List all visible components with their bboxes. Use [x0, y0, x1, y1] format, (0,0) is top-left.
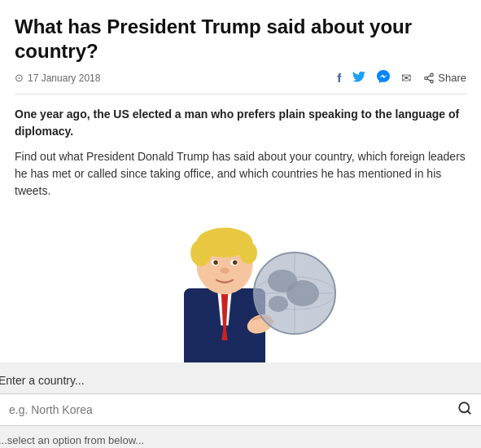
share-label: Share	[438, 72, 466, 84]
share-button[interactable]: Share	[423, 72, 466, 84]
svg-point-1	[425, 77, 428, 80]
messenger-icon[interactable]	[377, 70, 390, 86]
facebook-icon[interactable]: f	[337, 71, 341, 85]
country-search-input[interactable]	[0, 396, 448, 424]
article-date: ⊙ 17 January 2018	[15, 72, 100, 84]
date-text: 17 January 2018	[28, 72, 100, 84]
svg-point-0	[431, 73, 434, 77]
svg-point-12	[190, 239, 211, 266]
clock-icon: ⊙	[15, 72, 24, 84]
globe-illustration	[250, 248, 339, 338]
article-meta: ⊙ 17 January 2018 f ✉ Share	[15, 70, 466, 94]
search-box-area: Enter a country... ...select an option f…	[0, 362, 481, 448]
select-prompt: ...select an option from below...	[0, 434, 481, 446]
article-title: What has President Trump said about your…	[15, 15, 466, 64]
svg-point-17	[233, 261, 237, 265]
svg-line-3	[427, 78, 431, 80]
svg-line-29	[467, 411, 470, 413]
article-body: One year ago, the US elected a man who p…	[15, 106, 466, 200]
svg-point-18	[220, 268, 229, 274]
search-input-wrapper	[0, 393, 481, 426]
email-icon[interactable]: ✉	[401, 71, 412, 86]
search-icon	[457, 401, 472, 415]
social-icons-group: f ✉ Share	[337, 70, 466, 86]
search-label: Enter a country...	[0, 374, 481, 387]
search-button[interactable]	[448, 394, 481, 425]
svg-line-4	[427, 75, 431, 77]
twitter-icon[interactable]	[352, 71, 365, 85]
article-description: Find out what President Donald Trump has…	[15, 148, 466, 200]
illustration-area	[0, 200, 481, 362]
article-lead: One year ago, the US elected a man who p…	[15, 106, 466, 140]
svg-point-2	[431, 80, 434, 83]
svg-point-16	[213, 261, 217, 265]
